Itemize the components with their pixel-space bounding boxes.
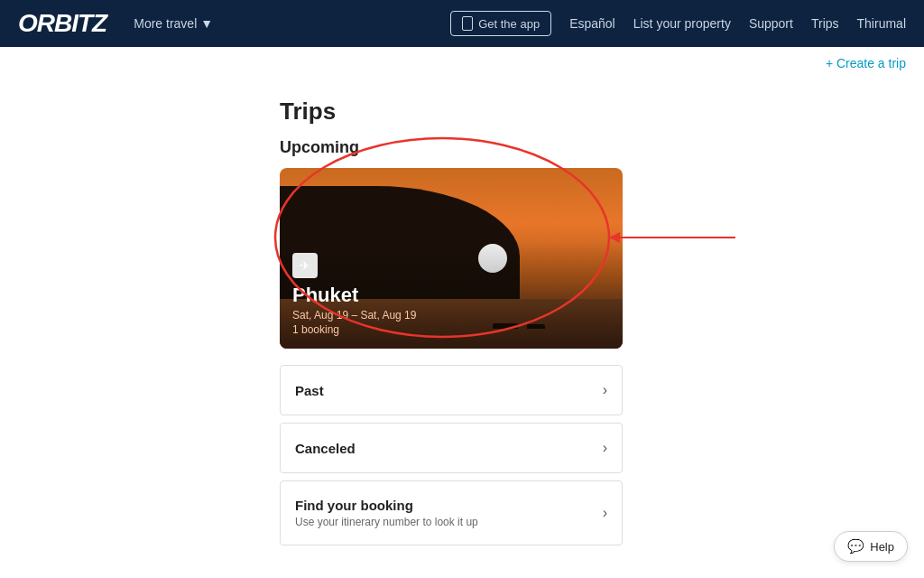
page-title: Trips <box>280 98 644 126</box>
orbitz-logo[interactable]: ORBITZ <box>18 9 106 38</box>
more-travel-nav[interactable]: More travel ▼ <box>134 16 213 31</box>
phone-icon <box>462 16 473 31</box>
trip-destination: Phuket <box>292 284 610 307</box>
canceled-trips-item[interactable]: Canceled › <box>280 423 623 473</box>
past-chevron-icon: › <box>603 382 607 398</box>
user-nav[interactable]: Thirumal <box>857 16 906 31</box>
upcoming-section-title: Upcoming <box>280 138 644 157</box>
help-button[interactable]: 💬 Help <box>834 531 908 562</box>
find-booking-label-group: Find your booking Use your itinerary num… <box>295 498 478 528</box>
support-nav[interactable]: Support <box>749 16 793 31</box>
flight-icon-badge: ✈ <box>292 253 318 278</box>
trip-bookings: 1 booking <box>292 323 610 336</box>
find-booking-title: Find your booking <box>295 498 478 513</box>
trips-nav[interactable]: Trips <box>811 16 839 31</box>
main-content: Trips Upcoming ✈ Phuket Sat, Aug 19 – Sa… <box>0 79 924 571</box>
chevron-down-icon: ▼ <box>200 16 213 31</box>
create-trip-link[interactable]: + Create a trip <box>826 56 906 70</box>
find-booking-subtitle: Use your itinerary number to look it up <box>295 516 478 528</box>
trip-card-overlay: ✈ Phuket Sat, Aug 19 – Sat, Aug 19 1 boo… <box>280 240 623 349</box>
canceled-chevron-icon: › <box>603 440 607 456</box>
get-app-button[interactable]: Get the app <box>450 11 551 36</box>
past-trips-title: Past <box>295 383 324 398</box>
plane-icon: ✈ <box>300 258 310 273</box>
header: ORBITZ More travel ▼ Get the app Español… <box>0 0 924 47</box>
help-icon: 💬 <box>847 538 864 555</box>
trip-card-phuket[interactable]: ✈ Phuket Sat, Aug 19 – Sat, Aug 19 1 boo… <box>280 168 623 349</box>
trips-list-section: Past › Canceled › Find your booking Use … <box>280 365 623 545</box>
find-booking-chevron-icon: › <box>603 505 607 521</box>
sub-header: + Create a trip <box>0 47 924 79</box>
canceled-trips-title: Canceled <box>295 441 356 456</box>
espanol-nav[interactable]: Español <box>569 16 615 31</box>
list-property-nav[interactable]: List your property <box>633 16 731 31</box>
trip-dates: Sat, Aug 19 – Sat, Aug 19 <box>292 309 610 322</box>
past-trips-label-group: Past <box>295 383 324 398</box>
find-booking-item[interactable]: Find your booking Use your itinerary num… <box>280 480 623 545</box>
canceled-trips-label-group: Canceled <box>295 441 356 456</box>
past-trips-item[interactable]: Past › <box>280 365 623 415</box>
